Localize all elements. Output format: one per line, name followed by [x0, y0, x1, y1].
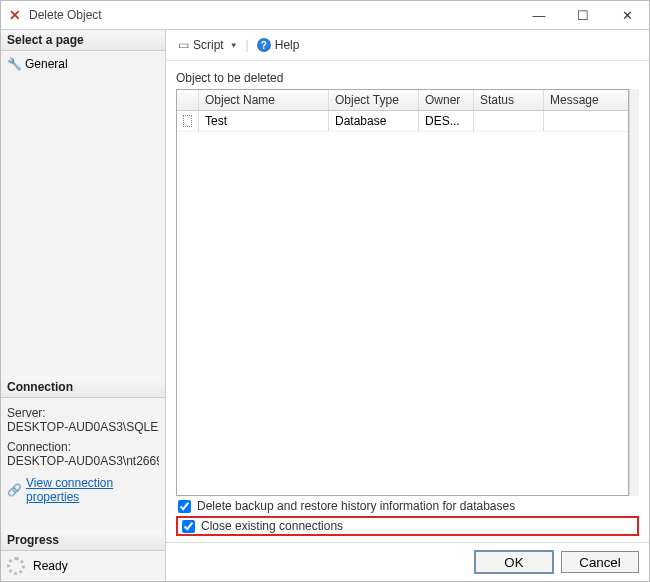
col-object-type[interactable]: Object Type	[329, 90, 419, 110]
select-page-header: Select a page	[1, 30, 165, 51]
close-connections-label: Close existing connections	[201, 519, 343, 533]
row-handle-icon	[183, 115, 192, 127]
minimize-button[interactable]: —	[517, 1, 561, 29]
connection-properties-icon: 🔗	[7, 483, 22, 497]
col-message[interactable]: Message	[544, 90, 628, 110]
cell-status	[474, 111, 544, 131]
script-label: Script	[193, 38, 224, 52]
left-sidebar: Select a page 🔧 General Connection Serve…	[1, 30, 166, 581]
help-label: Help	[275, 38, 300, 52]
help-icon: ?	[257, 38, 271, 52]
cell-message	[544, 111, 628, 131]
table-row[interactable]: Test Database DES...	[177, 111, 628, 132]
delete-backup-checkbox[interactable]	[178, 500, 191, 513]
objects-table: Object Name Object Type Owner Status Mes…	[176, 89, 629, 496]
table-scrollbar[interactable]	[629, 89, 639, 496]
close-connections-checkbox[interactable]	[182, 520, 195, 533]
cell-object-type: Database	[329, 111, 419, 131]
page-item-general[interactable]: 🔧 General	[5, 55, 161, 73]
toolbar: ▭ Script ▼ | ? Help	[166, 30, 649, 61]
cell-owner: DES...	[419, 111, 474, 131]
main-area: ▭ Script ▼ | ? Help Object to be deleted…	[166, 30, 649, 581]
cell-object-name: Test	[199, 111, 329, 131]
app-icon: ✕	[7, 7, 23, 23]
grid-caption: Object to be deleted	[176, 71, 639, 85]
dialog-footer: OK Cancel	[166, 542, 649, 581]
delete-backup-checkbox-row[interactable]: Delete backup and restore history inform…	[176, 496, 639, 516]
server-label: Server:	[7, 406, 159, 420]
close-button[interactable]: ✕	[605, 1, 649, 29]
help-button[interactable]: ? Help	[253, 36, 304, 54]
ok-button[interactable]: OK	[475, 551, 553, 573]
view-connection-properties-link[interactable]: View connection properties	[26, 476, 159, 504]
window-title: Delete Object	[29, 8, 102, 22]
maximize-button[interactable]: ☐	[561, 1, 605, 29]
wrench-icon: 🔧	[7, 57, 21, 71]
chevron-down-icon: ▼	[230, 41, 238, 50]
close-connections-checkbox-row[interactable]: Close existing connections	[182, 519, 343, 533]
script-icon: ▭	[178, 38, 189, 52]
progress-text: Ready	[33, 559, 68, 573]
col-status[interactable]: Status	[474, 90, 544, 110]
connection-label: Connection:	[7, 440, 159, 454]
script-dropdown[interactable]: ▭ Script ▼	[174, 36, 242, 54]
delete-backup-label: Delete backup and restore history inform…	[197, 499, 515, 513]
server-value: DESKTOP-AUD0AS3\SQLEXPRE	[7, 420, 159, 434]
col-object-name[interactable]: Object Name	[199, 90, 329, 110]
connection-header: Connection	[1, 377, 165, 398]
cancel-button[interactable]: Cancel	[561, 551, 639, 573]
table-header: Object Name Object Type Owner Status Mes…	[177, 90, 628, 111]
page-item-label: General	[25, 57, 68, 71]
window-titlebar: ✕ Delete Object — ☐ ✕	[1, 1, 649, 29]
col-owner[interactable]: Owner	[419, 90, 474, 110]
progress-spinner-icon	[7, 557, 25, 575]
progress-header: Progress	[1, 530, 165, 551]
close-connections-highlight: Close existing connections	[176, 516, 639, 536]
connection-value: DESKTOP-AUD0AS3\nt26691	[7, 454, 159, 468]
